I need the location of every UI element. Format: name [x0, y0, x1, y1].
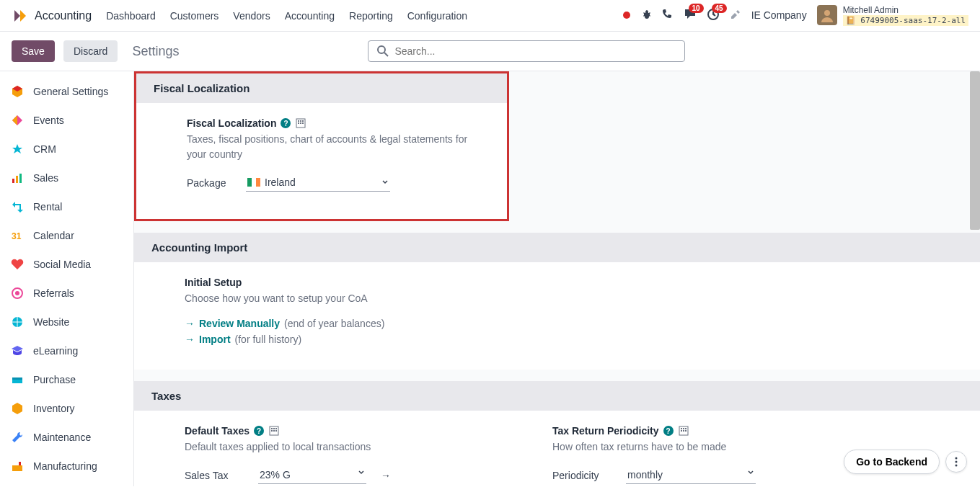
- svg-rect-3: [12, 179, 14, 183]
- heart-icon: [10, 257, 25, 272]
- help-icon[interactable]: ?: [254, 426, 264, 436]
- periodicity-title: Tax Return Periodicity: [552, 425, 659, 437]
- svg-rect-23: [256, 178, 260, 187]
- sales-tax-select[interactable]: 23% G: [258, 466, 366, 484]
- default-taxes-title: Default Taxes: [185, 425, 250, 437]
- arrow-right-icon: →: [185, 334, 195, 345]
- main: General Settings Events CRM Sales Rental…: [0, 71, 980, 486]
- navbar: Accounting Dashboard Customers Vendors A…: [0, 0, 980, 32]
- review-manually-link[interactable]: Review Manually: [199, 318, 280, 329]
- svg-point-39: [955, 461, 958, 463]
- building-icon[interactable]: [678, 425, 689, 437]
- inventory-icon: [10, 401, 25, 416]
- go-to-backend-button[interactable]: Go to Backend: [844, 450, 940, 474]
- kebab-icon: [955, 457, 958, 467]
- svg-rect-33: [683, 428, 684, 429]
- save-button[interactable]: Save: [12, 40, 55, 62]
- svg-rect-25: [271, 428, 273, 429]
- sidebar-social-media[interactable]: Social Media: [0, 250, 133, 279]
- search-icon: [377, 45, 389, 57]
- chevron-down-icon: [381, 179, 389, 186]
- sidebar-website[interactable]: Website: [0, 308, 133, 336]
- phone-icon[interactable]: [662, 9, 674, 22]
- sidebar-referrals[interactable]: Referrals: [0, 279, 133, 308]
- review-suffix: (end of year balances): [284, 318, 384, 329]
- discard-button[interactable]: Discard: [63, 40, 118, 62]
- periodicity-select[interactable]: monthly: [626, 466, 756, 484]
- nav-dashboard[interactable]: Dashboard: [106, 10, 156, 22]
- sidebar-maintenance[interactable]: Maintenance: [0, 423, 133, 452]
- nav-reporting[interactable]: Reporting: [349, 10, 393, 22]
- globe-icon: [10, 315, 25, 329]
- svg-rect-28: [271, 430, 273, 432]
- sidebar-sales[interactable]: Sales: [0, 164, 133, 192]
- section-fiscal-localization: Fiscal Localization Fiscal Localization …: [134, 71, 509, 221]
- nav-vendors[interactable]: Vendors: [233, 10, 270, 22]
- building-icon[interactable]: [295, 117, 306, 129]
- svg-rect-27: [275, 428, 277, 429]
- sidebar-events[interactable]: Events: [0, 106, 133, 135]
- svg-rect-13: [19, 462, 21, 465]
- svg-rect-22: [252, 178, 256, 187]
- setting-default-taxes: Default Taxes ? Default taxes applied to…: [185, 425, 509, 486]
- default-taxes-desc: Default taxes applied to local transacti…: [185, 439, 509, 455]
- external-link-icon[interactable]: →: [381, 470, 391, 481]
- crm-icon: [10, 142, 25, 156]
- clock-icon[interactable]: 45: [707, 8, 720, 23]
- periodicity-label: Periodicity: [552, 470, 617, 481]
- sidebar-elearning[interactable]: eLearning: [0, 336, 133, 365]
- help-icon[interactable]: ?: [281, 118, 291, 128]
- recording-indicator-icon[interactable]: [623, 12, 630, 19]
- messages-badge: 10: [689, 4, 704, 13]
- tools-icon[interactable]: [730, 9, 741, 22]
- logo-icon: [12, 7, 29, 24]
- app-logo[interactable]: Accounting: [12, 7, 92, 24]
- svg-rect-30: [275, 430, 277, 432]
- svg-rect-29: [273, 430, 275, 432]
- activities-badge: 45: [712, 4, 727, 13]
- sidebar-purchase[interactable]: Purchase: [0, 365, 133, 394]
- svg-rect-12: [12, 465, 22, 471]
- user-menu[interactable]: Mitchell Admin 📔 67499005-saas-17-2-all: [817, 5, 968, 27]
- sidebar-inventory[interactable]: Inventory: [0, 394, 133, 423]
- periodicity-desc: How often tax returns have to be made: [552, 439, 877, 455]
- svg-rect-5: [19, 174, 22, 183]
- bug-icon[interactable]: [640, 9, 652, 22]
- company-switcher[interactable]: IE Company: [751, 9, 807, 21]
- chevron-down-icon: [747, 469, 754, 476]
- svg-point-38: [955, 457, 958, 460]
- import-link[interactable]: Import: [199, 334, 231, 345]
- events-icon: [10, 113, 25, 128]
- nav-customers[interactable]: Customers: [170, 10, 219, 22]
- package-select[interactable]: Ireland: [246, 174, 390, 192]
- referrals-icon: [10, 286, 25, 300]
- setting-fiscal-localization: Fiscal Localization ? Taxes, fiscal posi…: [187, 117, 490, 199]
- nav-configuration[interactable]: Configuration: [407, 10, 467, 22]
- calendar-icon: 31: [10, 228, 25, 243]
- kebab-menu[interactable]: [945, 451, 967, 473]
- svg-rect-37: [685, 430, 687, 432]
- help-icon[interactable]: ?: [663, 426, 674, 436]
- sidebar-general-settings[interactable]: General Settings: [0, 77, 133, 106]
- wrench-icon: [10, 430, 25, 444]
- db-name: 📔 67499005-saas-17-2-all: [843, 15, 968, 26]
- sidebar-rental[interactable]: Rental: [0, 192, 133, 221]
- search-box[interactable]: [368, 40, 685, 62]
- scrollbar[interactable]: [970, 71, 980, 230]
- control-panel: Save Discard Settings: [0, 32, 980, 71]
- messages-icon[interactable]: 10: [684, 8, 697, 23]
- svg-rect-21: [247, 178, 252, 187]
- search-input[interactable]: [394, 45, 676, 57]
- svg-rect-18: [298, 122, 299, 124]
- svg-rect-36: [683, 430, 684, 432]
- svg-rect-16: [300, 120, 301, 122]
- sidebar-calendar[interactable]: 31Calendar: [0, 221, 133, 250]
- cube-icon: [10, 84, 25, 99]
- sidebar-manufacturing[interactable]: Manufacturing: [0, 452, 133, 481]
- building-icon[interactable]: [268, 425, 280, 437]
- user-name: Mitchell Admin: [843, 5, 968, 15]
- svg-point-2: [378, 46, 385, 53]
- nav-accounting[interactable]: Accounting: [285, 10, 335, 22]
- sidebar-crm[interactable]: CRM: [0, 135, 133, 164]
- svg-rect-32: [681, 428, 682, 429]
